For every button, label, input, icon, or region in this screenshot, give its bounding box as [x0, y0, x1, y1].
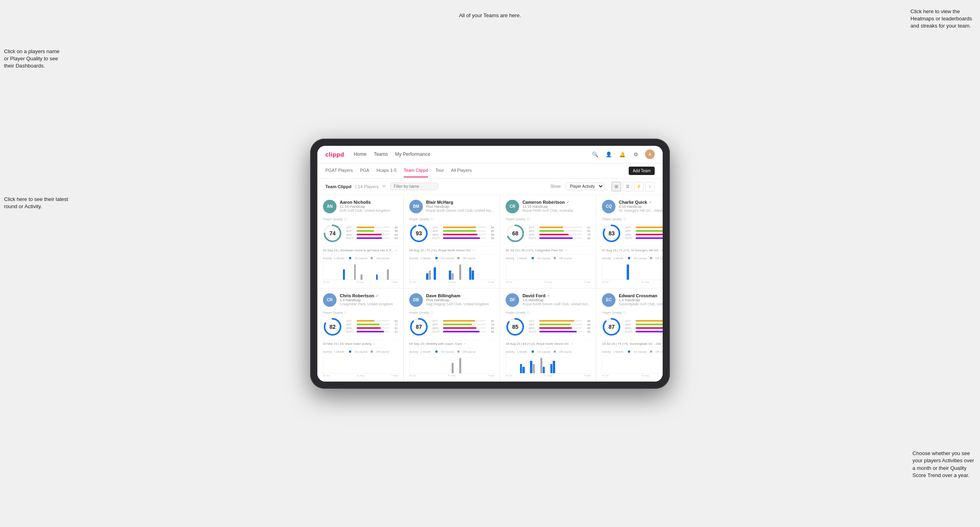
chart-grid — [323, 261, 398, 280]
settings-icon[interactable]: ⚙ — [631, 150, 640, 159]
recent-round[interactable]: 26 Aug 23 | 84 (+12), Royal North Devon … — [506, 340, 590, 348]
off-course-dot — [370, 350, 373, 353]
player-card-edward-crossman[interactable]: EC Edward Crossman 1.5 Handicap Sunningd… — [596, 288, 663, 382]
chart-labels: 31 Jul 21 Aug 4 Sep — [506, 374, 590, 377]
player-club: Royal North Devon Golf Club, United Kni.… — [522, 302, 590, 306]
tab-team-clippd[interactable]: Team Clippd — [404, 164, 428, 177]
on-course-dot — [349, 257, 351, 259]
edit-icon[interactable]: ✏ — [382, 184, 386, 189]
quality-circle[interactable]: 87 — [602, 317, 621, 336]
stat-row-arg: ARG 81 — [346, 327, 398, 330]
recent-round[interactable]: 26 Aug 23 | 73 (+1), Royal North Devon G… — [409, 246, 494, 255]
stat-row-putt: PUTT 94 — [432, 330, 494, 333]
player-info: Charlie Quick ✓ 6.10 Handicap St. George… — [619, 200, 663, 213]
chart-grid — [602, 261, 663, 280]
activity-label: Activity · 1 Month On course Off course — [323, 257, 398, 260]
player-card-chris-robertson[interactable]: CR Chris Robertson ✓ 1.5 Handicap Craigm… — [317, 288, 403, 382]
stats-grid: OTT 82 APP 74 ARG 85 PUTT 94 — [432, 320, 494, 334]
bell-icon[interactable]: 🔔 — [618, 150, 627, 159]
off-course-dot — [554, 257, 556, 259]
players-grid: AN Aaron Nicholls 11.15 Handicap Drift G… — [317, 195, 663, 382]
chart-area: 31 Jul 21 Aug 4 Sep — [506, 261, 590, 283]
player-avatar: DF — [506, 293, 519, 307]
player-club: St. George's Hill GC - Weybridge - Surre… — [619, 209, 663, 213]
quality-content: 74 OTT 60 APP 58 ARG 84 PUTT — [323, 224, 398, 243]
recent-round-text: 19 Jul 23 | 74 (+4), Sunningdale GC - Ol… — [602, 342, 663, 346]
list-view-icon[interactable]: ☰ — [623, 182, 632, 191]
nav-performance[interactable]: My Performance — [395, 150, 430, 159]
quality-circle[interactable]: 82 — [323, 317, 342, 336]
sort-icon[interactable]: ↕ — [645, 182, 655, 191]
on-course-dot — [628, 350, 630, 353]
chart-area: 31 Jul 21 Aug 4 Sep — [602, 261, 663, 283]
annotation-right-bottom: Choose whether you see your players Acti… — [912, 450, 974, 479]
user-avatar[interactable]: A — [645, 149, 655, 159]
recent-round[interactable]: 19 Jul 23 | 74 (+4), Sunningdale GC - Ol… — [602, 340, 663, 348]
tab-hcaps[interactable]: Hcaps 1-5 — [376, 164, 396, 177]
activity-section: Activity · 1 Month On course Off course … — [409, 257, 494, 283]
chart-labels: 31 Jul 21 Aug 4 Sep — [602, 374, 663, 377]
tab-all-players[interactable]: All Players — [451, 164, 472, 177]
on-course-dot — [532, 350, 534, 353]
stat-row-arg: ARG 103 — [625, 327, 663, 330]
filter-icon[interactable]: ⚡ — [634, 182, 643, 191]
player-avatar: CQ — [602, 200, 615, 213]
quality-number: 83 — [608, 230, 615, 237]
player-header: CR Cameron Robertson ✓ 11.15 Handicap Ro… — [506, 200, 590, 213]
stats-grid: OTT 60 APP 58 ARG 84 PUTT 85 — [346, 226, 398, 241]
search-input[interactable] — [390, 183, 438, 190]
stat-row-putt: PUTT 91 — [346, 330, 398, 333]
activity-label: Activity · 1 Month On course Off course — [506, 257, 590, 260]
stat-row-arg: ARG 83 — [529, 327, 590, 330]
player-card-cameron-robertson[interactable]: CR Cameron Robertson ✓ 11.15 Handicap Ro… — [500, 195, 596, 288]
show-select[interactable]: Player Activity Quality Trend — [566, 183, 604, 190]
player-card-aaron-nicholls[interactable]: AN Aaron Nicholls 11.15 Handicap Drift G… — [317, 195, 403, 288]
subnav: PGAT Players PGA Hcaps 1-5 Team Clippd T… — [317, 163, 663, 179]
player-card-david-ford[interactable]: DF David Ford ✓ 1.5 Handicap Royal North… — [500, 288, 596, 382]
player-card-dave-billingham[interactable]: DB Dave Billingham Plus Handicap Sag Mag… — [404, 288, 500, 382]
stat-row-putt: PUTT 85 — [529, 237, 590, 240]
recent-round[interactable]: 03 Mar 23 | 19, Must make putting → — [323, 340, 398, 348]
player-card-blair-mcharg[interactable]: BM Blair McHarg Plus Handicap Royal Nort… — [404, 195, 500, 288]
player-avatar: BM — [409, 200, 423, 213]
chart-area: 31 Jul 21 Aug 4 Sep — [409, 261, 494, 283]
view-icons: ⊞ ☰ ⚡ ↕ — [612, 182, 655, 191]
annotation-top-center: All of your Teams are here. — [459, 12, 521, 19]
quality-content: 87 OTT 82 APP 74 ARG 85 PUTT — [409, 317, 494, 336]
player-card-charlie-quick[interactable]: CQ Charlie Quick ✓ 6.10 Handicap St. Geo… — [596, 195, 663, 288]
logo: clippd — [325, 151, 344, 158]
tab-pga[interactable]: PGA — [360, 164, 369, 177]
stat-row-ott: OTT 89 — [529, 320, 590, 322]
grid-view-icon[interactable]: ⊞ — [612, 182, 621, 191]
add-team-button[interactable]: Add Team — [629, 167, 655, 175]
quality-circle[interactable]: 68 — [506, 224, 525, 243]
activity-section: Activity · 1 Month On course Off course … — [409, 350, 494, 377]
tab-pgat[interactable]: PGAT Players — [325, 164, 353, 177]
quality-circle[interactable]: 83 — [602, 224, 621, 243]
recent-round[interactable]: 02 Jul 23 | 59 (+17), Craigmillar Park G… — [506, 246, 590, 255]
stats-grid: OTT 60 APP 77 ARG 81 PUTT 91 — [346, 320, 398, 334]
player-info: Chris Robertson ✓ 1.5 Handicap Craigmill… — [340, 293, 398, 306]
recent-round[interactable]: 04 Sep 23 | Mobility with coach, Gym → — [409, 340, 494, 348]
chart-labels: 31 Jul 21 Aug 4 Sep — [602, 281, 663, 283]
profile-icon[interactable]: 👤 — [604, 150, 613, 159]
nav-teams[interactable]: Teams — [374, 150, 388, 159]
tab-tour[interactable]: Tour — [435, 164, 444, 177]
activity-section: Activity · 1 Month On course Off course … — [323, 350, 398, 377]
search-icon[interactable]: 🔍 — [591, 150, 600, 159]
quality-circle[interactable]: 87 — [409, 317, 428, 336]
activity-section: Activity · 1 Month On course Off course … — [602, 257, 663, 283]
recent-round[interactable]: 02 Sep 23 | Sundown round to get back in… — [323, 246, 398, 255]
player-club: Sunningdale Golf Club, United Kingdom — [619, 302, 663, 306]
quality-number: 87 — [608, 324, 615, 330]
quality-label: Player Quality ⓘ — [506, 217, 590, 221]
nav-home[interactable]: Home — [354, 150, 367, 159]
chart-labels: 31 Jul 21 Aug 4 Sep — [409, 281, 494, 283]
nav-icons: 🔍 👤 🔔 ⚙ A — [591, 149, 655, 159]
chart-area: 31 Jul 21 Aug 4 Sep — [602, 355, 663, 377]
on-course-dot — [435, 257, 438, 259]
quality-circle[interactable]: 85 — [506, 317, 525, 336]
quality-circle[interactable]: 74 — [323, 224, 342, 243]
recent-round[interactable]: 07 Aug 23 | 77 (+7), St George's Hill GC… — [602, 246, 663, 255]
quality-circle[interactable]: 93 — [409, 224, 428, 243]
